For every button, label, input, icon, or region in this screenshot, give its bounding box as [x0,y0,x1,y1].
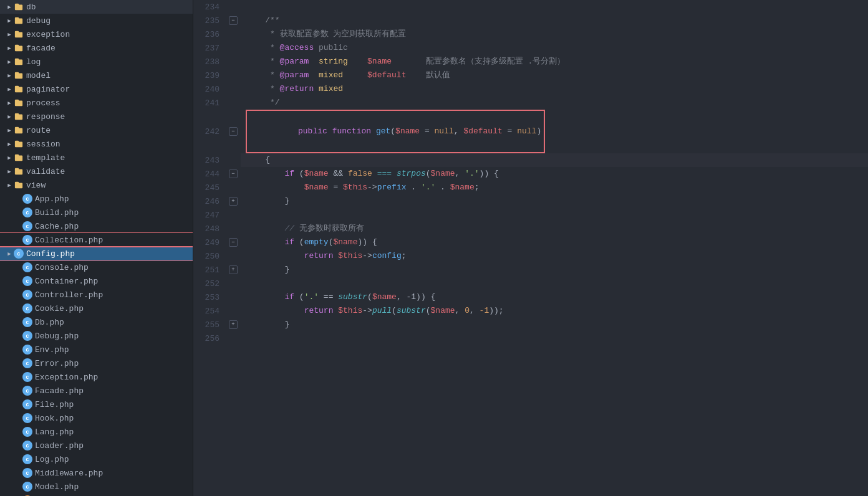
arrow-spacer [14,414,22,422]
code-line-241: 241 */ [193,96,868,110]
sidebar-item-label: Loader.php [35,441,84,451]
sidebar-item-File.php[interactable]: C File.php [0,398,193,411]
gutter[interactable]: − [226,14,241,27]
gutter [226,304,241,318]
arrow-icon [5,85,14,93]
sidebar-item-session[interactable]: session [0,137,193,151]
sidebar-item-Env.php[interactable]: C Env.php [0,343,193,356]
sidebar-item-exception[interactable]: exception [0,27,193,41]
file-icon: C [22,441,32,451]
sidebar-item-Controller.php[interactable]: C Controller.php [0,288,193,302]
sidebar-item-Container.php[interactable]: C Container.php [0,274,193,288]
line-number: 236 [193,27,226,41]
sidebar-item-App.php[interactable]: C App.php [0,192,193,206]
sidebar-item-Hook.php[interactable]: C Hook.php [0,411,193,425]
code-content [241,277,868,290]
sidebar-item-Log.php[interactable]: C Log.php [0,452,193,466]
file-icon: C [22,235,32,245]
code-content: } [241,194,868,208]
sidebar-item-label: debug [26,16,51,26]
sidebar-item-Debug.php[interactable]: C Debug.php [0,329,193,343]
sidebar-item-facade[interactable]: facade [0,41,193,55]
code-line-256: 256 [193,331,868,345]
fold-button[interactable]: + [229,197,238,206]
code-line-255: 255 + } [193,318,868,331]
sidebar-item-label: paginator [26,85,70,94]
sidebar-item-Model.php[interactable]: C Model.php [0,480,193,494]
sidebar-item-Exception.php[interactable]: C Exception.php [0,370,193,384]
sidebar-item-view[interactable]: view [0,178,193,192]
line-number: 255 [193,318,226,331]
sidebar-item-Lang.php[interactable]: C Lang.php [0,425,193,439]
sidebar-item-process[interactable]: process [0,96,193,110]
sidebar-item-Console.php[interactable]: C Console.php [0,260,193,274]
file-icon: C [22,194,32,204]
file-icon: C [22,331,32,341]
gutter[interactable]: − [226,167,241,181]
gutter [226,27,241,41]
file-icon: C [22,276,32,286]
sidebar-item-route[interactable]: route [0,123,193,137]
sidebar-item-Cache.php[interactable]: C Cache.php [0,219,193,233]
code-line-238: 238 * @param string $name 配置参数名（支持多级配置 .… [193,55,868,69]
sidebar-item-debug[interactable]: debug [0,14,193,27]
gutter [226,208,241,222]
sidebar-item-Facade.php[interactable]: C Facade.php [0,384,193,398]
code-line-239: 239 * @param mixed $default 默认值 [193,69,868,82]
sidebar-item-paginator[interactable]: paginator [0,82,193,96]
sidebar-item-Config.php[interactable]: C Config.php [0,247,193,260]
fold-button[interactable]: + [229,265,238,274]
arrow-spacer [14,386,22,395]
fold-button[interactable]: − [229,238,238,247]
code-content: public function get($name = null, $defau… [241,110,868,153]
gutter[interactable]: + [226,194,241,208]
code-line-253: 253 if ('.' == substr($name, -1)) { [193,290,868,304]
sidebar-item-log[interactable]: log [0,55,193,69]
arrow-spacer [14,482,22,491]
arrow-icon [5,71,14,80]
code-line-248: 248 // 无参数时获取所有 [193,222,868,236]
sidebar-item-Middleware.php[interactable]: C Middleware.php [0,466,193,480]
code-content [241,0,868,14]
gutter[interactable]: − [226,236,241,249]
line-number: 250 [193,249,226,263]
sidebar-item-label: Model.php [35,482,79,492]
sidebar-item-template[interactable]: template [0,151,193,165]
sidebar-item-Cookie.php[interactable]: C Cookie.php [0,302,193,315]
sidebar-item-validate[interactable]: validate [0,165,193,178]
fold-button[interactable]: − [229,127,238,136]
sidebar-item-Error.php[interactable]: C Error.php [0,356,193,370]
sidebar-item-Build.php[interactable]: C Build.php [0,206,193,219]
code-content: * @access public [241,41,868,55]
arrow-spacer [14,455,22,464]
gutter[interactable]: + [226,318,241,331]
sidebar-item-Db.php[interactable]: C Db.php [0,315,193,329]
code-content: /** [241,14,868,27]
code-line-246: 246 + } [193,194,868,208]
fold-button[interactable]: − [229,16,238,25]
fold-button[interactable]: − [229,169,238,178]
sidebar-item-Paginator.php[interactable]: C Paginator.php [0,494,193,496]
folder-icon [14,125,24,135]
gutter [226,181,241,194]
folder-icon [14,43,24,53]
arrow-icon [5,16,14,25]
sidebar-item-label: Facade.php [35,386,84,396]
sidebar-item-Collection.php[interactable]: C Collection.php [0,233,193,247]
gutter [226,0,241,14]
gutter [226,277,241,290]
gutter[interactable]: − [226,110,241,153]
sidebar-item-label: Middleware.php [35,469,103,478]
gutter[interactable]: + [226,263,241,277]
sidebar-item-response[interactable]: response [0,110,193,123]
fold-button[interactable]: + [229,320,238,329]
sidebar-item-db[interactable]: db [0,0,193,14]
folder-icon [14,57,24,67]
file-tree[interactable]: db debug exception facade log [0,0,193,496]
gutter [226,222,241,236]
sidebar-item-Loader.php[interactable]: C Loader.php [0,439,193,452]
sidebar-item-label: view [26,181,46,190]
code-line-254: 254 return $this->pull(substr($name, 0, … [193,304,868,318]
arrow-spacer [14,318,22,327]
sidebar-item-model[interactable]: model [0,69,193,82]
